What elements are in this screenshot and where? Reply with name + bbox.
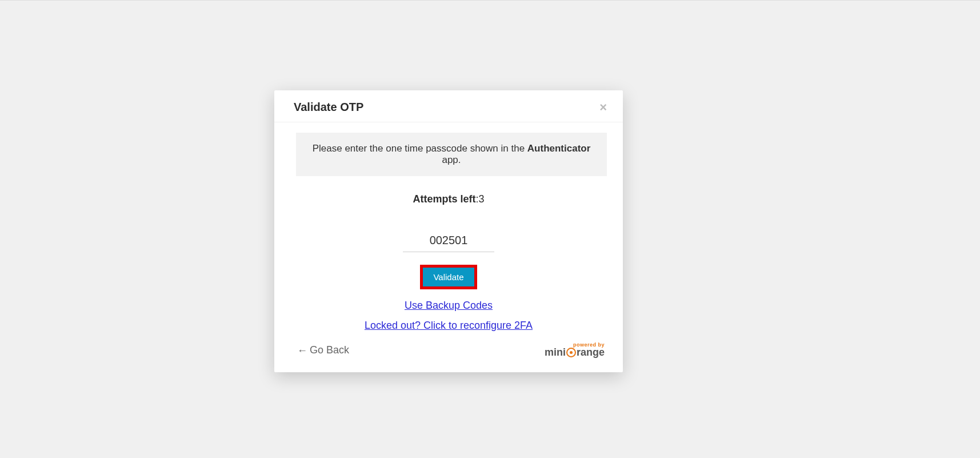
close-icon: ×	[599, 100, 607, 114]
instruction-prefix: Please enter the one time passcode shown…	[313, 143, 527, 154]
attempts-left: Attempts left:3	[274, 193, 623, 205]
miniorange-brand: minirange	[545, 347, 605, 359]
go-back-label: Go Back	[310, 344, 349, 356]
arrow-left-icon: ←	[297, 345, 307, 356]
orange-o-icon	[566, 348, 576, 357]
brand-range: range	[577, 347, 605, 359]
go-back-button[interactable]: ← Go Back	[297, 344, 349, 356]
validate-wrap: Validate	[274, 265, 623, 289]
backup-codes-link[interactable]: Use Backup Codes	[405, 300, 493, 312]
attempts-label: Attempts left	[413, 193, 475, 205]
powered-by-logo: powered by minirange	[545, 342, 605, 359]
links-section: Use Backup Codes Locked out? Click to re…	[274, 300, 623, 332]
modal-header: Validate OTP ×	[274, 90, 623, 122]
modal-footer: ← Go Back powered by minirange	[274, 332, 623, 372]
instruction-suffix: app.	[442, 154, 461, 165]
otp-input-wrap	[274, 230, 623, 252]
validate-button[interactable]: Validate	[420, 265, 477, 289]
instruction-bold: Authenticator	[527, 143, 591, 154]
attempts-value: :3	[476, 193, 485, 205]
otp-input[interactable]	[403, 230, 494, 252]
modal-title: Validate OTP	[294, 101, 363, 114]
otp-modal: Validate OTP × Please enter the one time…	[274, 90, 623, 372]
close-button[interactable]: ×	[597, 101, 609, 114]
locked-out-link[interactable]: Locked out? Click to reconfigure 2FA	[365, 320, 533, 332]
brand-mini: mini	[545, 347, 566, 359]
instruction-banner: Please enter the one time passcode shown…	[296, 133, 607, 176]
